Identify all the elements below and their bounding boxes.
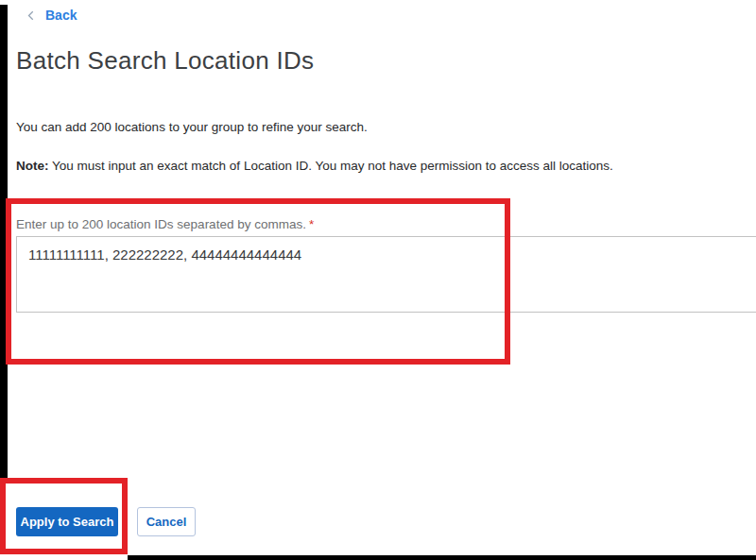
- note-text: Note: You must input an exact match of L…: [16, 158, 613, 174]
- note-body: You must input an exact match of Locatio…: [49, 159, 613, 173]
- location-ids-label-text: Enter up to 200 location IDs separated b…: [16, 217, 306, 231]
- bottom-edge-bar: [128, 555, 756, 560]
- back-link-label: Back: [45, 8, 77, 23]
- apply-to-search-button[interactable]: Apply to Search: [16, 507, 118, 536]
- left-edge-bar: [0, 5, 8, 478]
- back-link[interactable]: Back: [26, 8, 77, 23]
- location-ids-label: Enter up to 200 location IDs separated b…: [16, 217, 314, 231]
- cancel-button[interactable]: Cancel: [137, 507, 196, 536]
- page-title: Batch Search Location IDs: [16, 45, 314, 76]
- required-asterisk: *: [309, 217, 314, 231]
- note-prefix: Note:: [16, 159, 49, 173]
- intro-text: You can add 200 locations to your group …: [16, 119, 368, 135]
- location-ids-textarea[interactable]: 11111111111, 222222222, 44444444444444: [16, 236, 756, 313]
- chevron-left-icon: [26, 9, 37, 22]
